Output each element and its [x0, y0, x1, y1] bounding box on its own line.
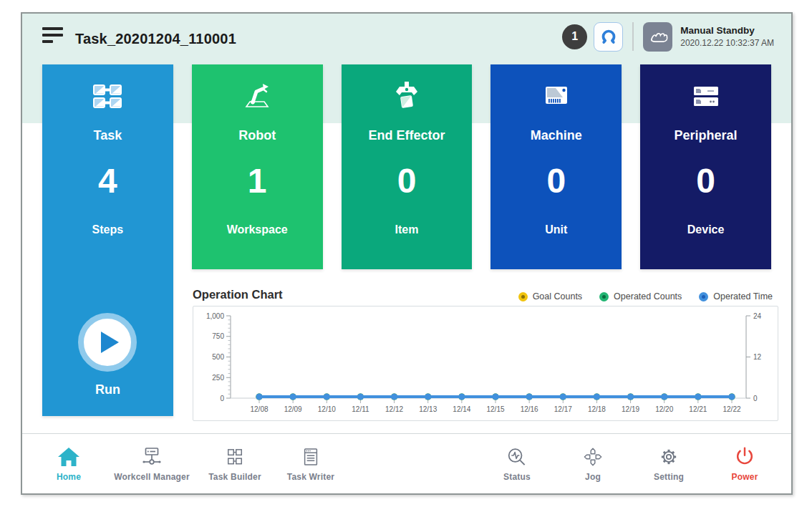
card-robot[interactable]: Robot 1 Workspace	[192, 64, 323, 269]
nav-left-group: Home Wor	[31, 446, 349, 482]
workcell-manager-icon	[140, 446, 164, 468]
gripper-icon	[598, 26, 619, 47]
task-title: Task_20201204_110001	[75, 31, 236, 47]
nav-workcell-manager-label: Workcell Manager	[114, 472, 190, 482]
bottom-nav: Home Wor	[22, 433, 791, 493]
card-peripheral-label: Peripheral	[640, 128, 771, 143]
svg-text:12/14: 12/14	[453, 405, 470, 413]
card-peripheral-unit: Device	[640, 223, 771, 236]
play-icon	[101, 332, 119, 353]
card-task[interactable]: Task 4 Steps Run	[42, 64, 173, 416]
divider	[632, 22, 634, 51]
nav-home-label: Home	[57, 472, 81, 482]
jog-icon	[581, 446, 605, 468]
legend-goal-counts: Goal Counts	[518, 291, 582, 301]
menu-icon[interactable]	[42, 27, 64, 47]
svg-text:12/13: 12/13	[419, 405, 437, 413]
nav-status[interactable]: Status	[479, 446, 555, 482]
legend-operated-time-label: Operated Time	[713, 291, 773, 301]
card-peripheral-value: 0	[640, 164, 771, 198]
svg-text:12/09: 12/09	[284, 405, 302, 413]
chart-legend: Goal Counts Operated Counts Operated Tim…	[518, 291, 773, 301]
card-robot-unit: Workspace	[192, 223, 323, 236]
nav-setting-label: Setting	[654, 472, 684, 482]
nav-task-builder-label: Task Builder	[208, 472, 261, 482]
manual-mode-button[interactable]	[643, 22, 672, 52]
card-machine-unit: Unit	[490, 223, 622, 236]
card-end-effector[interactable]: End Effector 0 Item	[342, 64, 473, 269]
svg-text:12/16: 12/16	[521, 405, 538, 413]
power-icon	[733, 446, 757, 468]
card-machine-value: 0	[490, 164, 622, 198]
card-end-effector-value: 0	[342, 164, 473, 198]
legend-operated-counts-label: Operated Counts	[614, 291, 682, 301]
mode-label: Manual Standby	[680, 25, 774, 36]
svg-text:12/22: 12/22	[722, 405, 740, 413]
operated-time-dot-icon	[699, 292, 708, 301]
card-peripheral[interactable]: Peripheral 0 Device	[640, 64, 771, 269]
card-end-effector-label: End Effector	[342, 128, 473, 143]
run-label: Run	[95, 382, 120, 397]
nav-setting[interactable]: Setting	[631, 446, 707, 482]
operation-chart-title: Operation Chart	[193, 288, 283, 301]
nav-right-group: Status Jog	[479, 446, 783, 482]
card-task-label: Task	[42, 128, 173, 143]
goal-counts-dot-icon	[518, 292, 528, 301]
svg-text:250: 250	[212, 374, 224, 382]
machine-icon	[490, 74, 622, 119]
svg-text:12/15: 12/15	[486, 405, 504, 413]
svg-text:12/19: 12/19	[622, 405, 639, 413]
svg-text:24: 24	[753, 312, 762, 320]
svg-text:0: 0	[753, 395, 758, 402]
svg-text:12/08: 12/08	[250, 405, 268, 413]
nav-jog-label: Jog	[585, 472, 601, 482]
screen: Task_20201204_110001 1 Ma	[0, 0, 812, 507]
card-end-effector-unit: Item	[342, 223, 473, 236]
robot-mode-status: Manual Standby 2020.12.22 10:32:37 AM	[680, 25, 774, 48]
svg-text:750: 750	[212, 332, 224, 340]
svg-text:12/17: 12/17	[554, 405, 572, 413]
timestamp: 2020.12.22 10:32:37 AM	[680, 38, 774, 48]
setting-icon	[657, 446, 681, 468]
nav-task-writer[interactable]: Task Writer	[273, 446, 349, 482]
nav-jog[interactable]: Jog	[555, 446, 631, 482]
run-button[interactable]	[78, 313, 137, 372]
svg-text:12/21: 12/21	[689, 405, 707, 413]
card-task-value: 4	[42, 164, 173, 198]
peripheral-icon	[640, 74, 771, 119]
operated-counts-dot-icon	[599, 292, 609, 301]
legend-operated-time: Operated Time	[699, 291, 773, 301]
run-button-area: Run	[42, 313, 173, 397]
nav-power[interactable]: Power	[707, 446, 783, 482]
svg-text:12/11: 12/11	[352, 405, 369, 413]
card-robot-value: 1	[192, 164, 323, 198]
nav-home[interactable]: Home	[31, 446, 107, 482]
card-robot-label: Robot	[192, 128, 323, 143]
card-machine[interactable]: Machine 0 Unit	[490, 64, 622, 269]
legend-goal-counts-label: Goal Counts	[533, 291, 582, 301]
nav-task-writer-label: Task Writer	[287, 472, 334, 482]
task-writer-icon	[299, 446, 323, 468]
card-machine-label: Machine	[490, 128, 622, 143]
svg-text:12/18: 12/18	[588, 405, 606, 413]
notification-badge[interactable]: 1	[562, 24, 587, 49]
robot-icon	[192, 74, 323, 119]
task-builder-icon	[223, 446, 247, 468]
operation-chart-svg: 02505007501,0000122412/0812/0912/1012/11…	[193, 306, 778, 420]
nav-status-label: Status	[503, 472, 531, 482]
status-icon	[505, 446, 529, 468]
svg-text:0: 0	[220, 395, 224, 402]
task-icon	[42, 74, 173, 119]
nav-task-builder[interactable]: Task Builder	[197, 446, 273, 482]
topbar-right-cluster: 1 Manual Standby 2020.12.22 10	[562, 21, 774, 52]
nav-workcell-manager[interactable]: Workcell Manager	[107, 446, 197, 482]
svg-text:12/12: 12/12	[385, 405, 403, 413]
legend-operated-counts: Operated Counts	[599, 291, 682, 301]
robot-gripper-button[interactable]	[594, 22, 623, 52]
end-effector-icon	[342, 74, 473, 119]
svg-text:12: 12	[753, 353, 762, 361]
card-task-unit: Steps	[42, 223, 173, 236]
svg-text:12/20: 12/20	[655, 405, 673, 413]
hand-icon	[647, 26, 669, 47]
svg-text:1,000: 1,000	[206, 312, 224, 320]
